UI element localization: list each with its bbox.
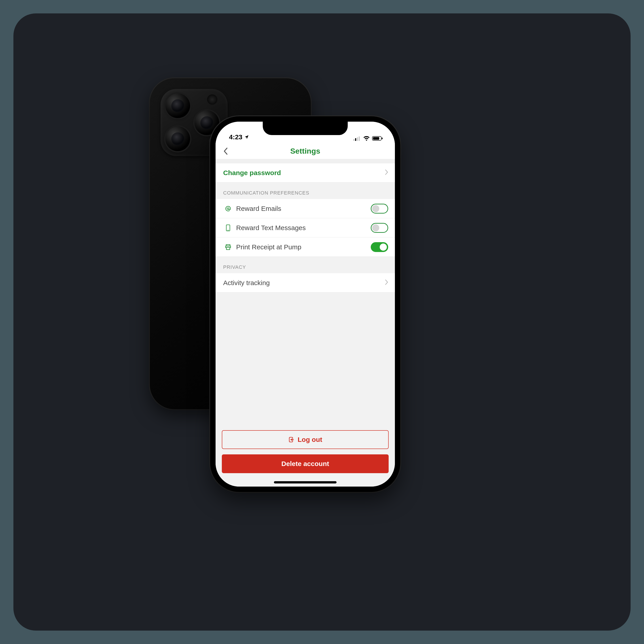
printer-icon [223, 244, 233, 250]
svg-rect-0 [353, 139, 354, 141]
back-button[interactable] [221, 146, 231, 156]
chevron-right-icon [385, 169, 388, 177]
at-sign-icon [223, 205, 233, 212]
button-label: Delete account [281, 460, 329, 468]
camera-lens-icon [165, 127, 190, 151]
lidar-sensor-icon [207, 94, 217, 105]
divider [216, 159, 395, 163]
location-arrow-icon [244, 135, 249, 140]
status-time: 4:23 [229, 133, 242, 141]
row-label: Reward Emails [236, 205, 371, 212]
row-reward-texts: Reward Text Messages [216, 218, 395, 237]
battery-icon [372, 136, 383, 141]
toggle-print-receipt[interactable] [371, 242, 388, 252]
empty-space [216, 292, 395, 430]
row-print-receipt: Print Receipt at Pump [216, 237, 395, 257]
row-label: Change password [223, 169, 385, 177]
row-change-password[interactable]: Change password [216, 163, 395, 182]
svg-rect-5 [373, 137, 379, 140]
delete-account-button[interactable]: Delete account [222, 454, 389, 473]
nav-bar: Settings [216, 143, 395, 159]
svg-rect-6 [382, 138, 383, 139]
svg-rect-1 [355, 138, 356, 141]
svg-rect-11 [227, 247, 230, 250]
row-label: Activity tracking [223, 279, 385, 287]
chevron-right-icon [385, 279, 388, 287]
phone-icon [223, 224, 233, 231]
mockup-stage: 4:23 [13, 13, 631, 631]
row-label: Print Receipt at Pump [236, 243, 371, 251]
home-indicator [274, 481, 337, 483]
phone-screen: 4:23 [216, 122, 395, 487]
section-header-communication: COMMUNICATION PREFERENCES [216, 182, 395, 199]
button-area: Log out Delete account [216, 430, 395, 487]
toggle-reward-emails[interactable] [371, 204, 388, 214]
wifi-icon [363, 136, 370, 141]
button-label: Log out [298, 436, 322, 443]
svg-rect-3 [359, 136, 360, 141]
row-label: Reward Text Messages [236, 224, 371, 232]
row-reward-emails: Reward Emails [216, 199, 395, 218]
row-activity-tracking[interactable]: Activity tracking [216, 273, 395, 292]
chevron-left-icon [223, 147, 228, 155]
phone-front: 4:23 [210, 116, 400, 492]
logout-icon [288, 436, 294, 443]
toggle-reward-texts[interactable] [371, 223, 388, 233]
notch [263, 122, 348, 135]
camera-lens-icon [165, 93, 190, 118]
section-header-privacy: PRIVACY [216, 257, 395, 273]
logout-button[interactable]: Log out [222, 430, 389, 449]
cellular-signal-icon [353, 136, 361, 141]
svg-rect-2 [357, 137, 358, 141]
page-title: Settings [290, 147, 320, 155]
